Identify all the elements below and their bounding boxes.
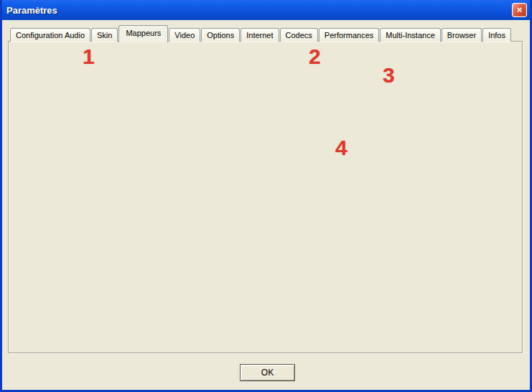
tab-performances[interactable]: Performances bbox=[319, 28, 379, 42]
title-bar: Paramètres × bbox=[0, 0, 532, 20]
window-title: Paramètres bbox=[0, 5, 57, 16]
ok-button[interactable]: OK bbox=[240, 364, 295, 381]
annotation-1: 1 bbox=[83, 46, 95, 67]
tab-skin[interactable]: Skin bbox=[91, 28, 118, 42]
annotation-2: 2 bbox=[309, 46, 321, 67]
annotation-4: 4 bbox=[335, 137, 347, 159]
annotation-3: 3 bbox=[383, 65, 395, 86]
tab-infos[interactable]: Infos bbox=[482, 28, 511, 42]
tab-multi-instance[interactable]: Multi-Instance bbox=[380, 28, 440, 42]
close-button[interactable]: × bbox=[512, 3, 527, 17]
tab-video[interactable]: Video bbox=[169, 28, 200, 42]
tab-browser[interactable]: Browser bbox=[442, 28, 482, 42]
tab-mappeurs[interactable]: Mappeurs bbox=[118, 25, 168, 42]
tab-internet[interactable]: Internet bbox=[241, 28, 279, 42]
tab-strip: Configuration AudioSkinMappeursVideoOpti… bbox=[10, 24, 512, 42]
settings-dialog: Paramètres × Configuration AudioSkinMapp… bbox=[0, 0, 532, 392]
tab-codecs[interactable]: Codecs bbox=[280, 28, 318, 42]
mappers-tab-page bbox=[8, 41, 523, 353]
tab-configuration-audio[interactable]: Configuration Audio bbox=[10, 28, 90, 42]
tab-options[interactable]: Options bbox=[201, 28, 240, 42]
